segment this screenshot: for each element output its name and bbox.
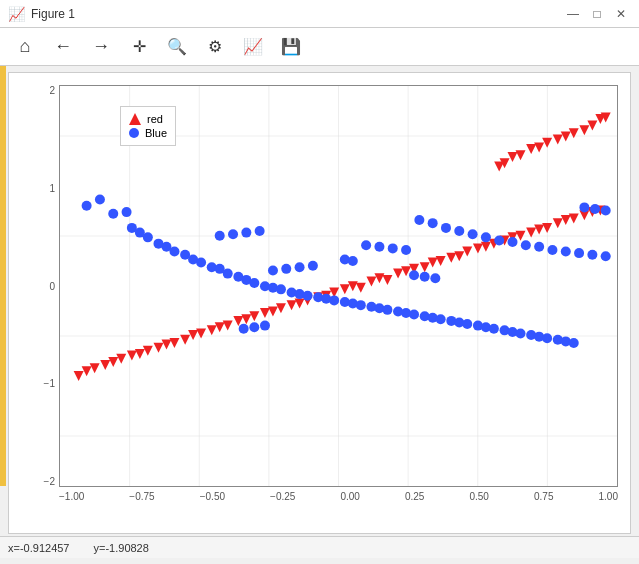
title-bar: 📈 Figure 1 — □ ✕ xyxy=(0,0,639,28)
red-data-point xyxy=(374,273,384,283)
red-data-point xyxy=(553,135,563,145)
blue-data-point xyxy=(420,272,430,282)
y-label-neg2: −2 xyxy=(44,476,55,487)
blue-data-point xyxy=(223,269,233,279)
red-data-point xyxy=(348,281,358,291)
blue-data-point xyxy=(569,338,579,348)
blue-data-point xyxy=(382,305,392,315)
x-label-neg05: −0.50 xyxy=(200,491,225,502)
blue-data-point xyxy=(481,232,491,242)
blue-data-point xyxy=(516,329,526,339)
red-data-point xyxy=(215,322,225,332)
left-accent xyxy=(0,66,6,486)
blue-data-point xyxy=(239,324,249,334)
blue-data-point xyxy=(388,243,398,253)
save-button[interactable]: 💾 xyxy=(274,32,308,62)
home-button[interactable]: ⌂ xyxy=(8,32,42,62)
red-data-point xyxy=(180,335,190,345)
status-bar: x=-0.912457 y=-1.90828 xyxy=(0,536,639,558)
y-label-neg1: −1 xyxy=(44,378,55,389)
blue-data-point xyxy=(534,242,544,252)
blue-data-point xyxy=(414,215,424,225)
window-title: Figure 1 xyxy=(31,7,75,21)
blue-data-point xyxy=(241,228,251,238)
red-data-point xyxy=(534,142,544,152)
configure-button[interactable]: ⚙ xyxy=(198,32,232,62)
trendline-button[interactable]: 📈 xyxy=(236,32,270,62)
blue-data-point xyxy=(579,202,589,212)
minimize-button[interactable]: — xyxy=(563,4,583,24)
red-data-point xyxy=(260,308,270,318)
blue-data-point xyxy=(430,273,440,283)
chart-container: 2 1 0 −1 −2 xyxy=(8,72,631,534)
x-label-neg025: −0.25 xyxy=(270,491,295,502)
plot-area[interactable]: red Blue xyxy=(59,85,618,487)
pan-button[interactable]: ✛ xyxy=(122,32,156,62)
x-label-025: 0.25 xyxy=(405,491,424,502)
status-y-value: -1.90828 xyxy=(105,542,148,554)
red-data-point xyxy=(100,360,110,370)
red-data-point xyxy=(127,351,137,361)
red-data-point xyxy=(207,325,217,335)
blue-data-point xyxy=(95,195,105,205)
red-data-point xyxy=(143,346,153,356)
red-data-point xyxy=(161,340,171,350)
blue-data-point xyxy=(401,245,411,255)
red-data-point xyxy=(356,283,366,293)
red-data-point xyxy=(241,314,251,324)
y-label-2: 2 xyxy=(49,85,55,96)
legend-blue-label: Blue xyxy=(145,127,167,139)
blue-data-point xyxy=(122,207,132,217)
x-label-neg075: −0.75 xyxy=(129,491,154,502)
red-data-point xyxy=(534,224,544,234)
forward-button[interactable]: → xyxy=(84,32,118,62)
red-data-point xyxy=(569,128,579,138)
red-data-point xyxy=(420,262,430,272)
x-label-0: 0.00 xyxy=(340,491,359,502)
blue-data-point xyxy=(215,231,225,241)
blue-data-point xyxy=(454,226,464,236)
blue-data-point xyxy=(249,278,259,288)
close-button[interactable]: ✕ xyxy=(611,4,631,24)
red-data-point xyxy=(473,243,483,253)
blue-data-point xyxy=(281,264,291,274)
blue-data-point xyxy=(561,247,571,257)
red-data-point xyxy=(526,144,536,154)
red-data-point xyxy=(268,306,278,316)
red-data-point xyxy=(553,218,563,228)
red-data-point xyxy=(287,300,297,310)
blue-data-point xyxy=(508,237,518,247)
red-data-point xyxy=(561,215,571,225)
status-x-value: -0.912457 xyxy=(20,542,70,554)
blue-data-point xyxy=(542,333,552,343)
toolbar: ⌂ ← → ✛ 🔍 ⚙ 📈 💾 xyxy=(0,28,639,66)
blue-data-point xyxy=(348,256,358,266)
blue-data-point xyxy=(108,209,118,219)
y-axis-labels: 2 1 0 −1 −2 xyxy=(9,85,59,487)
red-data-point xyxy=(542,223,552,233)
red-data-point xyxy=(436,256,446,266)
blue-data-point xyxy=(228,229,238,239)
status-x: x=-0.912457 xyxy=(8,542,81,554)
red-data-point xyxy=(508,152,518,162)
red-data-point xyxy=(196,329,206,339)
red-data-point xyxy=(446,253,456,263)
maximize-button[interactable]: □ xyxy=(587,4,607,24)
legend: red Blue xyxy=(120,106,176,146)
svg-marker-12 xyxy=(129,113,141,125)
blue-data-point xyxy=(196,258,206,268)
scatter-plot xyxy=(60,86,617,486)
red-data-point xyxy=(366,276,376,286)
y-label-1: 1 xyxy=(49,183,55,194)
zoom-button[interactable]: 🔍 xyxy=(160,32,194,62)
red-data-point xyxy=(135,349,145,359)
back-button[interactable]: ← xyxy=(46,32,80,62)
blue-data-point xyxy=(521,240,531,250)
blue-data-point xyxy=(462,319,472,329)
red-data-point xyxy=(249,311,259,321)
window-icon: 📈 xyxy=(8,6,25,22)
blue-circle-legend-icon xyxy=(129,128,139,138)
blue-data-point xyxy=(169,247,179,257)
red-data-point xyxy=(116,354,126,364)
blue-data-point xyxy=(82,201,92,211)
